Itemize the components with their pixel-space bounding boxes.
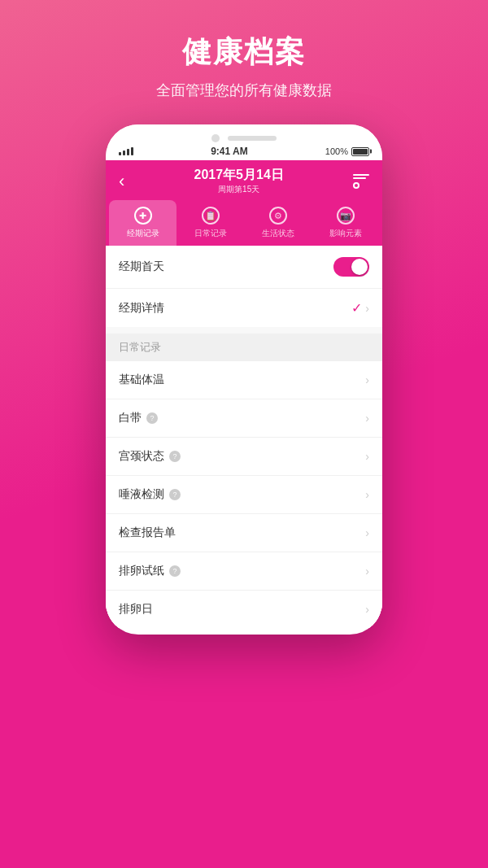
- settings-circle-icon: [353, 182, 359, 189]
- period-details-right: ✓ ›: [351, 300, 369, 316]
- chevron-icon: ›: [365, 488, 369, 501]
- chevron-icon: ›: [365, 302, 369, 315]
- tab-period-label: 经期记录: [127, 228, 159, 239]
- tab-period-icon: ✚: [134, 207, 152, 225]
- header-date: 2017年5月14日: [194, 167, 284, 184]
- list-item-period-details[interactable]: 经期详情 ✓ ›: [106, 289, 382, 327]
- ovulation-day-label: 排卵日: [119, 602, 153, 617]
- menu-button[interactable]: [353, 174, 369, 189]
- chevron-icon: ›: [365, 373, 369, 386]
- list-item-ovulation-strip[interactable]: 排卵试纸 ? ›: [106, 552, 382, 591]
- battery-fill: [353, 149, 368, 155]
- basal-temp-label: 基础体温: [119, 373, 164, 387]
- saliva-label: 唾液检测 ?: [119, 487, 181, 502]
- back-button[interactable]: ‹: [119, 171, 124, 192]
- discharge-label: 白带 ?: [119, 411, 158, 425]
- status-time: 9:41 AM: [211, 146, 248, 157]
- phone-notch: [106, 124, 382, 142]
- list-item-basal-temp[interactable]: 基础体温 ›: [106, 361, 382, 399]
- phone-mockup: 9:41 AM 100% ‹ 2017年5月14日 周期第15天 ✚ 经期记录: [106, 124, 382, 635]
- menu-line-2: [353, 177, 366, 179]
- signal-indicator: [119, 147, 133, 155]
- period-section: 经期首天 经期详情 ✓ ›: [106, 246, 382, 327]
- chevron-icon: ›: [365, 603, 369, 616]
- question-badge: ?: [169, 489, 181, 500]
- daily-section-header: 日常记录: [106, 334, 382, 361]
- chevron-icon: ›: [365, 565, 369, 578]
- tab-lifestyle-label: 生活状态: [262, 228, 294, 239]
- content-area: 经期首天 经期详情 ✓ › 日常记录 基础体温 › 白带: [106, 246, 382, 628]
- battery-icon: [351, 147, 369, 156]
- hamburger-icon: [353, 174, 369, 189]
- check-icon: ✓: [351, 300, 362, 316]
- daily-section: 日常记录 基础体温 › 白带 ? › 宫颈状态 ? ›: [106, 334, 382, 628]
- tab-daily-icon: 📋: [202, 207, 220, 225]
- chevron-icon: ›: [365, 450, 369, 463]
- list-item-period-first-day[interactable]: 经期首天: [106, 246, 382, 289]
- signal-bar-3: [127, 149, 129, 155]
- chevron-icon: ›: [365, 526, 369, 539]
- question-badge: ?: [169, 451, 181, 462]
- list-item-saliva[interactable]: 唾液检测 ? ›: [106, 476, 382, 514]
- signal-bar-4: [131, 147, 133, 155]
- phone-speaker: [228, 136, 277, 141]
- phone-camera: [211, 134, 220, 142]
- list-item-ovulation-day[interactable]: 排卵日 ›: [106, 591, 382, 628]
- signal-bar-1: [119, 152, 121, 155]
- header-period: 周期第15天: [194, 184, 284, 195]
- battery-percent: 100%: [325, 146, 348, 156]
- menu-line-1: [353, 174, 369, 176]
- tab-factors-label: 影响元素: [329, 228, 362, 239]
- header-center: 2017年5月14日 周期第15天: [194, 167, 284, 195]
- period-first-day-label: 经期首天: [119, 260, 164, 274]
- page-title: 健康档案: [16, 33, 472, 72]
- status-battery-area: 100%: [325, 146, 369, 156]
- tab-factors[interactable]: 📷 影响元素: [312, 200, 379, 246]
- tab-bar: ✚ 经期记录 📋 日常记录 ⚙ 生活状态 📷 影响元素: [106, 200, 382, 246]
- toggle-thumb: [351, 259, 368, 275]
- list-item-report[interactable]: 检查报告单 ›: [106, 514, 382, 552]
- app-header: ‹ 2017年5月14日 周期第15天: [106, 160, 382, 200]
- header-section: 健康档案 全面管理您的所有健康数据: [0, 0, 488, 124]
- list-item-cervix[interactable]: 宫颈状态 ? ›: [106, 438, 382, 476]
- ovulation-strip-label: 排卵试纸 ?: [119, 564, 181, 578]
- tab-daily-label: 日常记录: [194, 228, 227, 239]
- period-details-label: 经期详情: [119, 301, 164, 316]
- tab-factors-icon: 📷: [337, 207, 355, 225]
- report-label: 检查报告单: [119, 526, 176, 540]
- tab-period-record[interactable]: ✚ 经期记录: [109, 200, 176, 246]
- tab-lifestyle-icon: ⚙: [269, 207, 287, 225]
- period-first-day-toggle[interactable]: [333, 257, 369, 277]
- question-badge: ?: [169, 565, 181, 577]
- tab-lifestyle[interactable]: ⚙ 生活状态: [244, 200, 312, 246]
- signal-bar-2: [123, 150, 125, 155]
- question-badge: ?: [146, 412, 158, 424]
- tab-daily-record[interactable]: 📋 日常记录: [176, 200, 244, 246]
- status-bar: 9:41 AM 100%: [106, 142, 382, 160]
- chevron-icon: ›: [365, 412, 369, 425]
- cervix-label: 宫颈状态 ?: [119, 449, 181, 464]
- page-subtitle: 全面管理您的所有健康数据: [16, 81, 472, 100]
- list-item-discharge[interactable]: 白带 ? ›: [106, 399, 382, 438]
